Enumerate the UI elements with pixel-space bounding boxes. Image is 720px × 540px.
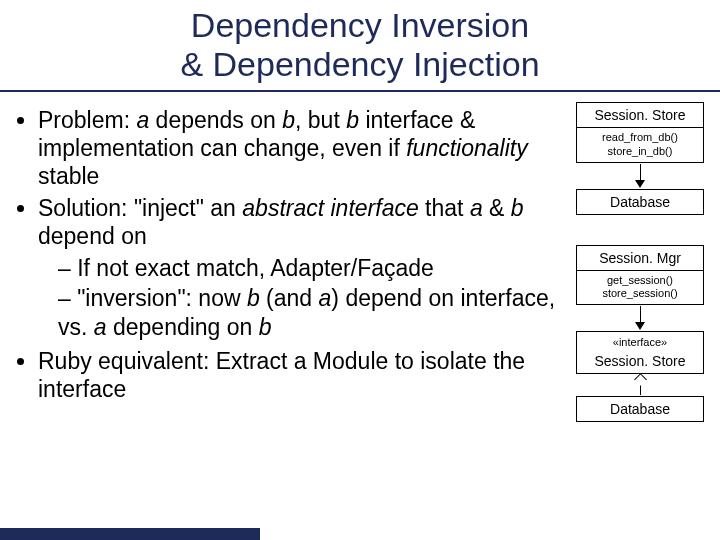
b2-pre: Solution: "inject" an [38, 195, 242, 221]
s2-b: b [247, 285, 260, 311]
title-line2: & Dependency Injection [180, 45, 539, 83]
slide-title: Dependency Inversion & Dependency Inject… [0, 0, 720, 90]
s2-b2: b [259, 314, 272, 340]
b1-a: a [136, 107, 149, 133]
b1-end: stable [38, 163, 99, 189]
b2-b: b [511, 195, 524, 221]
text-column: Problem: a depends on b, but b interface… [14, 102, 568, 422]
box3-m2: store_session() [579, 287, 701, 301]
s2-pre: – "inversion": now [58, 285, 247, 311]
box3-header: Session. Mgr [577, 246, 703, 270]
title-rule [0, 90, 720, 92]
arrow-down-icon [635, 164, 645, 188]
box3-m1: get_session() [579, 274, 701, 288]
s2-mid1: (and [260, 285, 319, 311]
b2-a: a [470, 195, 483, 221]
arrow-generalization-icon [636, 375, 645, 395]
sub-inversion: – "inversion": now b (and a) depend on i… [58, 284, 562, 340]
b2-amp: & [483, 195, 511, 221]
b1-pre: Problem: [38, 107, 136, 133]
box1-m1: read_from_db() [579, 131, 701, 145]
b1-b1: b [282, 107, 295, 133]
s2-mid3: depending on [107, 314, 259, 340]
s2-a: a [319, 285, 332, 311]
box2-header: Database [577, 190, 703, 214]
b2-end: depend on [38, 223, 147, 249]
box-database-2: Database [576, 396, 704, 422]
box4-stereo: «interface» [577, 332, 703, 353]
diagram-column: Session. Store read_from_db() store_in_d… [568, 102, 712, 422]
bullet-solution: Solution: "inject" an abstract interface… [38, 194, 562, 250]
box5-header: Database [577, 397, 703, 421]
b1-mid1: depends on [149, 107, 282, 133]
b1-mid2: , but [295, 107, 346, 133]
box-database-1: Database [576, 189, 704, 215]
b1-func: functionality [406, 135, 527, 161]
box4-header: Session. Store [577, 353, 703, 373]
sub-adapter: – If not exact match, Adapter/Façade [58, 254, 562, 282]
b1-b2: b [346, 107, 359, 133]
box-interface-session-store: «interface» Session. Store [576, 331, 704, 374]
arrow-down-icon-2 [635, 306, 645, 330]
box1-header: Session. Store [577, 103, 703, 127]
b2-mid: that [419, 195, 470, 221]
content-area: Problem: a depends on b, but b interface… [0, 102, 720, 422]
box1-m2: store_in_db() [579, 145, 701, 159]
box-session-store: Session. Store read_from_db() store_in_d… [576, 102, 704, 163]
bullet-problem: Problem: a depends on b, but b interface… [38, 106, 562, 190]
bullet-ruby: Ruby equivalent: Extract a Module to iso… [38, 347, 562, 403]
s2-a2: a [94, 314, 107, 340]
footer-accent-bar [0, 528, 260, 540]
box-session-mgr: Session. Mgr get_session() store_session… [576, 245, 704, 306]
title-line1: Dependency Inversion [191, 6, 529, 44]
b2-abs: abstract interface [242, 195, 418, 221]
box1-methods: read_from_db() store_in_db() [577, 127, 703, 162]
box3-methods: get_session() store_session() [577, 270, 703, 305]
sub-bullets: – If not exact match, Adapter/Façade – "… [14, 254, 562, 340]
